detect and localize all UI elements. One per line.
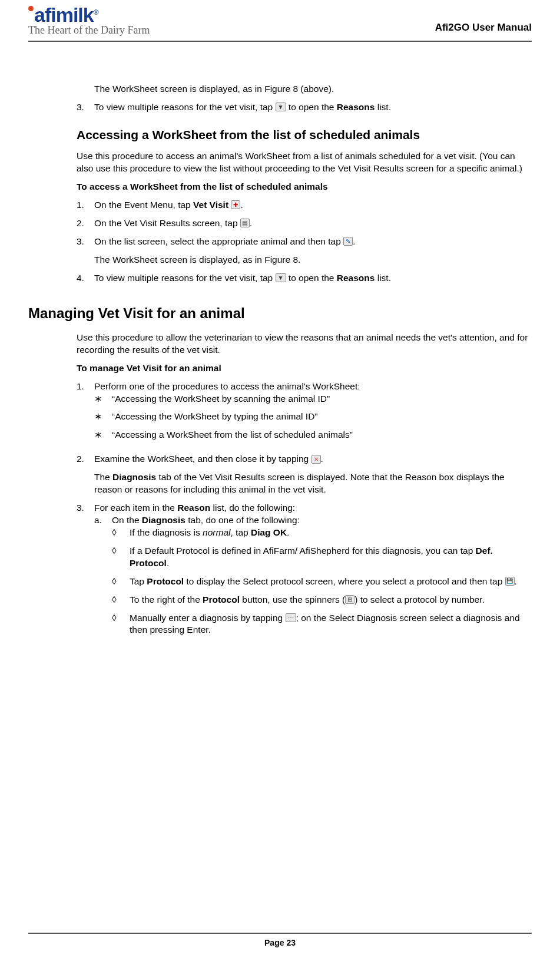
s2-step2-sub: The Diagnosis tab of the Vet Visit Resul… <box>94 471 531 496</box>
intro-step3: 3. To view multiple reasons for the vet … <box>77 101 531 114</box>
text: . <box>515 576 517 586</box>
diamond-marker: ◊ <box>112 527 130 539</box>
registered-mark-icon: ® <box>94 8 98 16</box>
s1-step2: 2. On the Vet Visit Results screen, tap … <box>77 217 531 230</box>
star-item-c: ∗“Accessing a WorkSheet from the list of… <box>94 429 531 441</box>
page-footer: Page 23 <box>28 933 532 949</box>
italic-text: normal <box>203 527 230 537</box>
s1-step3: 3. On the list screen, select the approp… <box>77 236 531 266</box>
text: button, use the spinners ( <box>240 594 345 604</box>
step-number: 4. <box>77 272 94 285</box>
s2-step2: 2. Examine the WorkSheet, and then close… <box>77 453 531 496</box>
star-marker: ∗ <box>94 411 112 423</box>
text: Manually enter a diagnosis by tapping <box>130 613 286 623</box>
text: Examine the WorkSheet, and then close it… <box>94 454 312 464</box>
content-area: The WorkSheet screen is displayed, as in… <box>77 83 531 285</box>
text: list. <box>375 273 391 283</box>
text: If the diagnosis is <box>130 527 203 537</box>
section-heading-accessing: Accessing a WorkSheet from the list of s… <box>77 127 531 143</box>
bold-text: Protocol <box>147 576 184 586</box>
save-icon: 💾 <box>505 577 515 586</box>
text: . <box>240 200 243 210</box>
document-title: Afi2GO User Manual <box>435 21 532 37</box>
text: On the Vet Visit Results screen, tap <box>94 218 240 228</box>
section1-proc-head: To access a WorkSheet from the list of s… <box>77 181 531 193</box>
bold-text: Diagnosis <box>142 515 185 525</box>
text: If a Default Protocol is defined in AfiF… <box>130 546 476 556</box>
major-heading-wrap: Managing Vet Visit for an animal <box>28 304 531 323</box>
alpha-list: a. On the Diagnosis tab, do one of the f… <box>94 514 531 642</box>
bold-text: Diagnosis <box>112 472 156 482</box>
step-body: On the Vet Visit Results screen, tap ▤. <box>94 217 531 230</box>
step-body: To view multiple reasons for the vet vis… <box>94 101 531 114</box>
spinner-icon: ⊟ <box>345 595 354 604</box>
s1-step1: 1. On the Event Menu, tap Vet Visit ✚. <box>77 199 531 212</box>
section1-steps: 1. On the Event Menu, tap Vet Visit ✚. 2… <box>77 199 531 285</box>
alpha-a: a. On the Diagnosis tab, do one of the f… <box>94 514 531 642</box>
text: The <box>94 472 112 482</box>
section-heading-managing: Managing Vet Visit for an animal <box>28 304 531 323</box>
text: . <box>353 236 355 246</box>
text: list, do the following: <box>210 503 295 513</box>
text: “Accessing the WorkSheet by typing the a… <box>112 411 531 423</box>
star-item-a: ∗“Accessing the WorkSheet by scanning th… <box>94 393 531 405</box>
logo-dot-icon <box>28 6 34 11</box>
text: . <box>287 527 289 537</box>
diamond-4: ◊To the right of the Protocol button, us… <box>112 594 531 606</box>
s2-step3: 3. For each item in the Reason list, do … <box>77 502 531 648</box>
page-header: afimilk® The Heart of the Dairy Farm Afi… <box>28 0 532 42</box>
step-number: 1. <box>77 381 94 448</box>
s2-step1: 1. Perform one of the procedures to acce… <box>77 381 531 448</box>
diamond-list: ◊If the diagnosis is normal, tap Diag OK… <box>112 527 531 636</box>
star-item-b: ∗“Accessing the WorkSheet by typing the … <box>94 411 531 423</box>
bold-text: Diag OK <box>251 527 287 537</box>
section2-content: Use this procedure to allow the veterina… <box>77 332 531 649</box>
section2-steps: 1. Perform one of the procedures to acce… <box>77 381 531 649</box>
step-number: 1. <box>77 199 94 212</box>
text: to open the <box>286 273 337 283</box>
logo-text: afimilk® <box>28 6 150 24</box>
plus-icon: ✚ <box>231 200 240 209</box>
dropdown-icon: ▼ <box>276 103 286 111</box>
step-body: On the list screen, select the appropria… <box>94 236 531 266</box>
list-icon: ▤ <box>240 219 250 227</box>
step-body: To view multiple reasons for the vet vis… <box>94 272 531 285</box>
text: To view multiple reasons for the vet vis… <box>94 102 276 112</box>
text: to open the <box>286 102 337 112</box>
section2-proc-head: To manage Vet Visit for an animal <box>77 362 531 375</box>
text: If a Default Protocol is defined in AfiF… <box>130 545 531 570</box>
step-number: 2. <box>77 453 94 496</box>
text: On the Event Menu, tap <box>94 200 193 210</box>
text: To the right of the Protocol button, use… <box>130 594 531 606</box>
text: tab of the Vet Visit Results screen is d… <box>94 472 505 494</box>
bold-text: Reason <box>177 503 210 513</box>
text: . <box>321 454 323 464</box>
star-marker: ∗ <box>94 393 112 405</box>
step-body: For each item in the Reason list, do the… <box>94 502 531 648</box>
intro-step-list: 3. To view multiple reasons for the vet … <box>77 101 531 114</box>
close-icon: ✕ <box>312 455 321 464</box>
text: To the right of the <box>130 594 203 604</box>
text: “Accessing the WorkSheet by scanning the… <box>112 393 531 405</box>
alpha-marker: a. <box>94 514 112 642</box>
step-number: 3. <box>77 502 94 648</box>
text: Tap <box>130 576 147 586</box>
page-number: Page 23 <box>264 938 296 947</box>
text: To view multiple reasons for the vet vis… <box>94 273 276 283</box>
text: to display the Select protocol screen, w… <box>184 576 505 586</box>
text: ) to select a protocol by number. <box>354 594 485 604</box>
diamond-2: ◊If a Default Protocol is defined in Afi… <box>112 545 531 570</box>
edit-icon: ✎ <box>343 237 353 246</box>
star-list: ∗“Accessing the WorkSheet by scanning th… <box>94 393 531 442</box>
text: On the <box>112 515 142 525</box>
step-body: Perform one of the procedures to access … <box>94 381 531 448</box>
step-number: 3. <box>77 236 94 266</box>
dropdown-icon: ▼ <box>276 273 286 282</box>
logo-tagline: The Heart of the Dairy Farm <box>28 23 150 37</box>
section1-para: Use this procedure to access an animal's… <box>77 150 531 175</box>
s1-step4: 4. To view multiple reasons for the vet … <box>77 272 531 285</box>
bold-text: Reasons <box>337 273 375 283</box>
diamond-5: ◊Manually enter a diagnosis by tapping ⋯… <box>112 612 531 637</box>
text: . <box>250 218 252 228</box>
diamond-marker: ◊ <box>112 594 130 606</box>
